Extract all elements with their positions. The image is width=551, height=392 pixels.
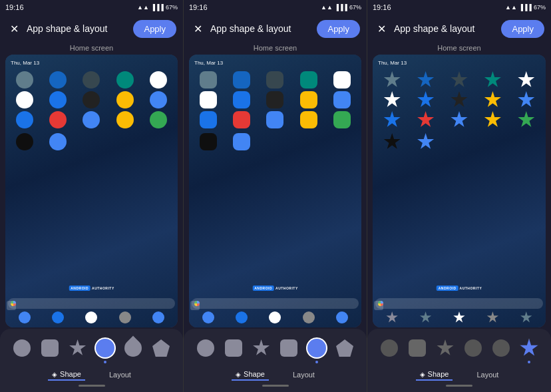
- close-button-2[interactable]: ✕: [190, 21, 205, 36]
- shape-option-1-3[interactable]: [378, 337, 401, 359]
- close-button-3[interactable]: ✕: [374, 21, 389, 36]
- floating-btn-3: [374, 301, 383, 310]
- shape-option-squircle-1[interactable]: [94, 337, 116, 359]
- app-gmail-2: [333, 71, 351, 89]
- app-auth: [49, 71, 67, 89]
- dock-chrome: [85, 311, 97, 323]
- app-keep-3: [484, 91, 501, 108]
- shape-tab-label-3: Shape: [428, 370, 449, 378]
- watermark-1: ANDROID AUTHORITY: [69, 286, 114, 291]
- app-docs-3: [451, 111, 468, 128]
- app-safety-3: [518, 111, 535, 128]
- app-docs-2: [266, 111, 283, 128]
- status-icons-2: ▲▲ ▐▐▐ 67%: [321, 4, 361, 11]
- shape-option-3-3[interactable]: [434, 337, 457, 359]
- app-movies: [16, 133, 33, 150]
- shape-option-5-3[interactable]: [490, 337, 512, 359]
- signal-icon-2: ▐▐▐: [335, 4, 347, 11]
- time-2: 19:16: [189, 3, 208, 11]
- phone-preview-2: Thu, Mar 13: [189, 55, 361, 327]
- dock-icon4-3: [486, 311, 498, 323]
- app-calc: [83, 71, 100, 89]
- status-bar-2: 19:16 ▲▲ ▐▐▐ 67%: [184, 0, 367, 15]
- dock-phone: [19, 311, 31, 323]
- shape-option-leaf-1[interactable]: [122, 337, 144, 359]
- shape-option-squircle-2[interactable]: [277, 337, 300, 359]
- shape-icon-2-3: [409, 339, 426, 357]
- shape-option-star-3[interactable]: [518, 337, 540, 359]
- dock-icon3-3: [453, 311, 465, 323]
- shape-option-rounded-2[interactable]: [222, 337, 245, 359]
- app-calc-3: [451, 71, 468, 89]
- tab-layout-1[interactable]: Layout: [105, 369, 135, 381]
- android-text-2: ANDROID: [252, 286, 274, 291]
- app-movies-2: [200, 133, 217, 150]
- app-grid-row2-3: [375, 132, 543, 152]
- shape-option-4-3[interactable]: [462, 337, 484, 359]
- wifi-icon: ▲▲: [137, 4, 149, 11]
- shape-option-arrow-1[interactable]: [150, 337, 172, 359]
- search-bar-3: [375, 298, 543, 309]
- shape-tab-icon-3: ◈: [420, 371, 425, 378]
- floating-btn-1: [7, 301, 16, 310]
- shape-option-clover-2[interactable]: [250, 337, 273, 359]
- app-keep: [116, 91, 134, 108]
- app-chat-2: [300, 71, 317, 89]
- app-calendar-3: [383, 111, 401, 128]
- app-grid-row2-2: [192, 132, 359, 152]
- app-docs: [83, 111, 100, 128]
- app-auth-3: [417, 71, 435, 89]
- dock-files-2: [336, 311, 348, 323]
- shape-option-circle-2[interactable]: [194, 337, 217, 359]
- page-title-1: App shape & layout: [27, 23, 128, 34]
- tab-layout-2[interactable]: Layout: [289, 369, 319, 381]
- android-text-3: ANDROID: [437, 286, 459, 291]
- dock-2: [192, 310, 359, 325]
- apply-button-1[interactable]: Apply: [133, 20, 176, 38]
- app-safety: [150, 111, 167, 128]
- shape-option-2-3[interactable]: [406, 337, 429, 359]
- app-gmail: [150, 71, 167, 89]
- shape-circle-icon-2: [197, 339, 214, 357]
- shape-option-clover-1[interactable]: [67, 337, 89, 359]
- shape-circle-icon-1: [13, 339, 31, 357]
- app-gtv-3: [451, 91, 468, 108]
- shape-tab-label-2: Shape: [244, 370, 265, 378]
- tab-layout-3[interactable]: Layout: [472, 369, 502, 381]
- authority-text-3: AUTHORITY: [460, 286, 482, 290]
- tab-shape-1[interactable]: ◈ Shape: [48, 369, 85, 381]
- search-bar-1: [8, 298, 175, 309]
- status-bar-3: 19:16 ▲▲ ▐▐▐ 67%: [367, 0, 551, 15]
- shape-option-circle-1[interactable]: [11, 337, 33, 359]
- shape-option-rounded-1[interactable]: [39, 337, 61, 359]
- app-gtv: [83, 91, 100, 108]
- floating-btn-2: [190, 301, 200, 310]
- tab-bar-2: ◈ Shape Layout: [186, 366, 364, 381]
- authority-text: AUTHORITY: [92, 286, 114, 290]
- shape-icon-3-3: [437, 339, 454, 357]
- apply-button-3[interactable]: Apply: [501, 20, 544, 38]
- shape-arrow-icon-1: [152, 339, 170, 357]
- bottom-line-2: [262, 385, 289, 387]
- layout-tab-label-1: Layout: [109, 371, 131, 379]
- selected-dot-3: [528, 361, 530, 363]
- app-grid-row1-1: [8, 70, 175, 130]
- app-settings: [16, 71, 33, 89]
- watermark-2: ANDROID AUTHORITY: [252, 286, 298, 291]
- app-chat: [116, 71, 134, 89]
- wifi-icon-2: ▲▲: [321, 4, 333, 11]
- app-gone-3: [417, 91, 435, 108]
- shape-selected-icon-2: [307, 339, 326, 357]
- app-settings-2: [200, 71, 217, 89]
- tab-shape-2[interactable]: ◈ Shape: [232, 369, 269, 381]
- shape-squircle-selected-1: [96, 339, 114, 357]
- shape-options-3: [370, 334, 548, 362]
- screen-label-3: Home screen: [367, 43, 551, 55]
- app-drive: [116, 111, 134, 128]
- apply-button-2[interactable]: Apply: [317, 20, 360, 38]
- tab-shape-3[interactable]: ◈ Shape: [416, 369, 453, 381]
- close-button-1[interactable]: ✕: [7, 21, 21, 36]
- shape-option-arrow-2[interactable]: [333, 337, 356, 359]
- shape-option-selected-2[interactable]: [305, 337, 328, 359]
- app-recorder-2: [233, 111, 250, 128]
